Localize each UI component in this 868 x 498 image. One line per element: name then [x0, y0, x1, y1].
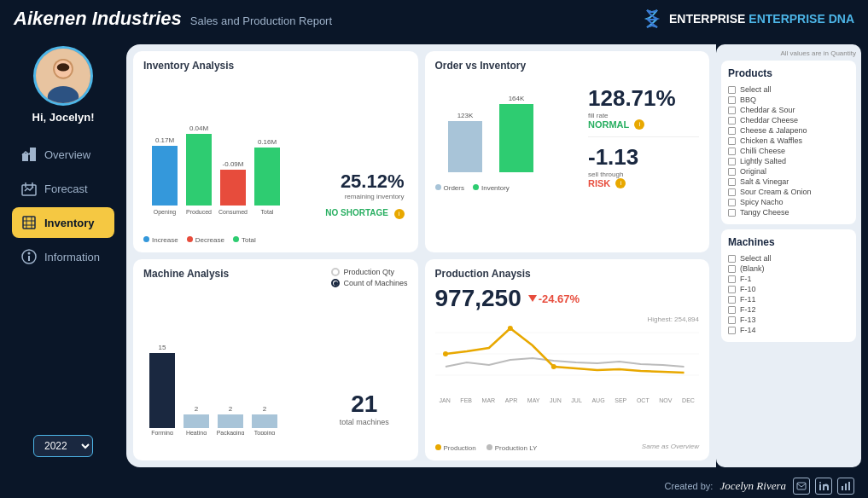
sidebar-item-overview[interactable]: Overview [12, 139, 114, 170]
product-filter-item[interactable]: Select all [728, 84, 849, 95]
sidebar-item-inventory[interactable]: Inventory [12, 207, 114, 238]
overview-label: Overview [44, 148, 90, 161]
svg-rect-55 [842, 486, 843, 490]
product-checkbox[interactable] [728, 168, 736, 176]
radio-label-count: Count of Machines [343, 279, 407, 287]
product-filter-item[interactable]: Cheddar Cheese [728, 115, 849, 125]
avatar [33, 46, 93, 106]
machine-filter-item[interactable]: F-14 [728, 325, 849, 335]
machine-checkbox[interactable] [728, 316, 736, 324]
product-filter-item[interactable]: Lightly Salted [728, 156, 849, 166]
order-inventory-chart: 123K 164K [435, 77, 563, 179]
svg-text:0.16M: 0.16M [258, 138, 277, 146]
machine-checkbox[interactable] [728, 327, 736, 334]
svg-rect-41 [218, 414, 243, 428]
product-filter-item[interactable]: Chilli Cheese [728, 146, 849, 156]
sidebar-item-forecast[interactable]: Forecast [12, 173, 114, 204]
creator-name: Jocelyn Rivera [719, 479, 786, 493]
machine-checkbox[interactable] [728, 286, 736, 293]
svg-rect-28 [254, 148, 280, 206]
enterprise-logo: ENTERPRISE ENTERPRISE DNA [640, 7, 854, 31]
svg-text:Produced: Produced [186, 209, 212, 215]
machine-filter-item[interactable]: (Blank) [728, 263, 849, 274]
product-filter-item[interactable]: Tangy Cheese [728, 207, 849, 217]
forecast-icon [20, 180, 38, 197]
product-filter-item[interactable]: Original [728, 166, 849, 177]
machine-bar-chart: 15 Forming 2 Heating 2 Packaging 2 [143, 341, 314, 435]
overview-icon [20, 146, 38, 163]
content-area: Inventory Analysis 0.17M Opening 0.04M P… [126, 44, 716, 467]
product-checkbox[interactable] [728, 96, 736, 104]
svg-text:164K: 164K [508, 95, 524, 102]
email-icon[interactable] [793, 478, 810, 495]
sidebar-item-information[interactable]: Information [12, 241, 114, 272]
svg-rect-22 [186, 134, 212, 206]
product-checkbox[interactable] [728, 178, 736, 186]
year-select[interactable]: 2022 [33, 435, 93, 457]
machine-analysis-card: Machine Analysis Production Qty Count of… [133, 259, 418, 460]
product-checkbox[interactable] [728, 199, 736, 206]
linkedin-icon[interactable] [815, 478, 832, 495]
machine-analysis-header: Machine Analysis Production Qty Count of… [143, 268, 408, 287]
product-filter-item[interactable]: Sour Cream & Onion [728, 187, 849, 197]
svg-text:0.17M: 0.17M [155, 136, 175, 144]
product-filter-item[interactable]: Salt & Vinegar [728, 177, 849, 187]
machine-radio-group: Production Qty Count of Machines [331, 268, 407, 287]
product-filter-item[interactable]: BBQ [728, 95, 849, 105]
machine-filter-item[interactable]: F-10 [728, 284, 849, 294]
product-checkbox[interactable] [728, 188, 736, 196]
social-icons [793, 478, 854, 495]
product-filter-item[interactable]: Spicy Nacho [728, 197, 849, 207]
machine-filter-item[interactable]: F-1 [728, 274, 849, 284]
product-checkbox[interactable] [728, 209, 736, 217]
svg-rect-56 [845, 484, 847, 490]
order-inventory-title: Order vs Inventory [435, 60, 700, 72]
product-checkbox[interactable] [728, 137, 736, 145]
machine-checkbox[interactable] [728, 255, 736, 263]
product-checkbox[interactable] [728, 107, 736, 114]
svg-rect-19 [152, 146, 178, 206]
radio-production-qty[interactable]: Production Qty [331, 268, 407, 276]
svg-rect-53 [819, 484, 821, 490]
machine-analysis-title: Machine Analysis [143, 268, 229, 280]
svg-text:Heating: Heating [186, 430, 207, 435]
greeting-text: Hi, Jocelyn! [32, 111, 95, 124]
machine-checkbox[interactable] [728, 265, 736, 273]
production-change: -24.67% [528, 292, 580, 305]
machine-filter-item[interactable]: F-13 [728, 315, 849, 325]
stats-icon[interactable] [837, 478, 854, 495]
inventory-icon [20, 214, 38, 231]
sell-through-info-icon: i [615, 178, 626, 188]
product-filter-item[interactable]: Cheese & Jalapeno [728, 125, 849, 136]
machine-checkbox[interactable] [728, 296, 736, 304]
fill-rate-status: NORMAL [588, 119, 629, 130]
product-checkbox[interactable] [728, 148, 736, 155]
main-layout: Hi, Jocelyn! Overview Forecast [0, 38, 868, 474]
sell-through-label: sell through [588, 171, 699, 178]
product-checkbox[interactable] [728, 86, 736, 94]
product-checkbox[interactable] [728, 127, 736, 135]
svg-text:2: 2 [263, 405, 267, 413]
quantity-note: All values are in Quantity [721, 49, 856, 57]
product-checkbox[interactable] [728, 117, 736, 124]
same-as-overview-note: Same as Overview [642, 443, 699, 450]
footer: Created by: Jocelyn Rivera [0, 474, 868, 498]
machine-checkbox[interactable] [728, 306, 736, 314]
product-checkbox[interactable] [728, 158, 736, 165]
radio-count-machines[interactable]: Count of Machines [331, 279, 407, 287]
product-filter-item[interactable]: Cheddar & Sour [728, 105, 849, 115]
svg-point-49 [442, 351, 447, 356]
product-filter-item[interactable]: Chicken & Waffles [728, 136, 849, 146]
machine-checkbox[interactable] [728, 275, 736, 283]
app-subtitle: Sales and Production Report [190, 14, 332, 27]
machines-filter-section: Machines Select all(Blank)F-1F-10F-11F-1… [721, 229, 856, 342]
inventory-label: Inventory [44, 217, 95, 229]
svg-text:Packaging: Packaging [217, 430, 245, 435]
production-analysis-title: Production Anaysis [435, 268, 700, 280]
machine-filter-item[interactable]: F-12 [728, 304, 849, 315]
header: Aikenen Industries Sales and Production … [0, 0, 868, 38]
machine-filter-item[interactable]: F-11 [728, 294, 849, 304]
machine-filter-item[interactable]: Select all [728, 253, 849, 263]
svg-text:Opening: Opening [154, 209, 177, 216]
production-value: 977,250 [435, 285, 521, 312]
